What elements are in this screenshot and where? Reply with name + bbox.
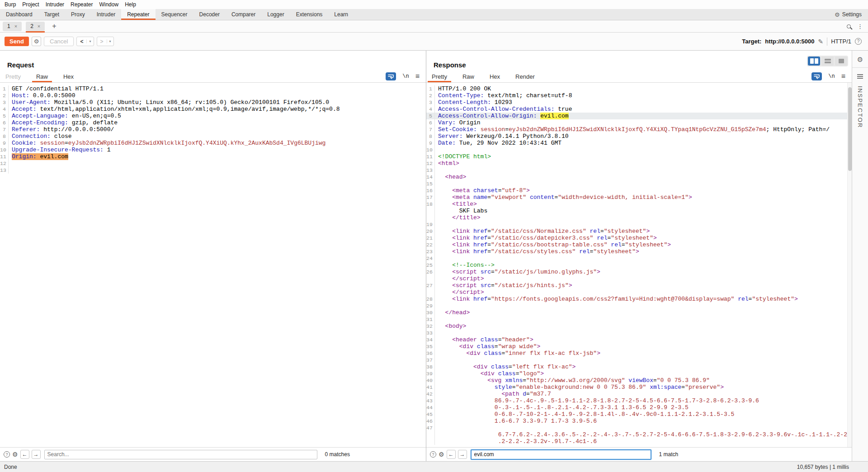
line-number: 36 xyxy=(426,350,435,357)
chevron-down-icon[interactable]: ▾ xyxy=(107,39,113,43)
search-next-button[interactable]: → xyxy=(32,450,41,459)
code-line: 10Upgrade-Insecure-Requests: 1 xyxy=(0,146,426,153)
tab-logger[interactable]: Logger xyxy=(261,9,290,20)
tab-hex[interactable]: Hex xyxy=(58,71,79,82)
tab-dashboard[interactable]: Dashboard xyxy=(0,9,38,20)
tab-extensions[interactable]: Extensions xyxy=(290,9,329,20)
code-line: 1GET /confidential HTTP/1.1 xyxy=(0,85,426,92)
tab-intruder[interactable]: Intruder xyxy=(91,9,121,20)
code-line: 39 <div class="logo"> xyxy=(426,370,852,377)
code-text xyxy=(9,167,12,174)
code-text: 86.9-.7-.4c-.9-.5-1.9-1.1-2.8-1.8-2.7-2-… xyxy=(435,397,759,404)
search-previous-button[interactable]: ← xyxy=(447,450,456,459)
line-number: 10 xyxy=(0,146,9,153)
search-help-icon[interactable]: ? xyxy=(430,451,436,458)
history-back-button[interactable]: < ▾ xyxy=(76,37,94,46)
inspector-label[interactable]: INSPECTOR xyxy=(857,86,863,128)
send-settings-button[interactable]: ⚙ xyxy=(32,37,41,46)
code-text: <div class="inner flx flx-ac flx-jsb"> xyxy=(435,350,600,357)
code-line: 37 xyxy=(426,357,852,363)
tab-target[interactable]: Target xyxy=(38,9,65,20)
send-button[interactable]: Send xyxy=(5,37,29,46)
editor-menu-icon[interactable]: ≡ xyxy=(415,73,420,80)
scrollbar-thumb[interactable] xyxy=(848,87,852,171)
line-number: 40 xyxy=(426,377,435,384)
new-repeater-tab-button[interactable]: + xyxy=(49,22,59,30)
tab-decoder[interactable]: Decoder xyxy=(193,9,226,20)
layout-columns-button[interactable] xyxy=(808,57,820,66)
search-settings-icon[interactable]: ⚙ xyxy=(12,451,18,458)
code-line: 13 xyxy=(426,167,852,174)
line-number: 11 xyxy=(426,153,435,160)
tab-comparer[interactable]: Comparer xyxy=(226,9,261,20)
more-options-icon[interactable]: ⋮ xyxy=(857,24,863,29)
code-line: 5Accept-Language: en-US,en;q=0.5 xyxy=(0,113,426,119)
tab-hex[interactable]: Hex xyxy=(485,71,505,82)
cancel-button[interactable]: Cancel xyxy=(44,37,74,46)
request-search-input[interactable] xyxy=(44,450,317,459)
close-icon[interactable]: × xyxy=(38,24,40,29)
code-line: 33 xyxy=(426,330,852,336)
status-text: Done xyxy=(4,464,17,470)
request-editor[interactable]: 1GET /confidential HTTP/1.12Host: 0.0.0.… xyxy=(0,83,426,447)
menu-help[interactable]: Help xyxy=(122,0,139,9)
history-forward-button[interactable]: > ▾ xyxy=(97,37,114,46)
tab-learn[interactable]: Learn xyxy=(328,9,354,20)
layout-rows-button[interactable] xyxy=(821,57,834,66)
repeater-tab-label: 2 xyxy=(30,23,33,29)
line-number: 23 xyxy=(426,248,435,255)
tab-raw[interactable]: Raw xyxy=(31,71,53,82)
settings-button[interactable]: ⚙ Settings xyxy=(835,9,868,20)
tab-render[interactable]: Render xyxy=(510,71,540,82)
response-editor[interactable]: 1HTTP/1.0 200 OK2Content-Type: text/html… xyxy=(426,83,852,447)
menu-window[interactable]: Window xyxy=(96,0,121,9)
http-version-selector[interactable]: HTTP/1 xyxy=(831,38,851,45)
menu-repeater[interactable]: Repeater xyxy=(68,0,95,9)
code-line: 11Origin: evil.com xyxy=(0,153,426,160)
tab-raw[interactable]: Raw xyxy=(458,71,479,82)
tab-pretty[interactable]: Pretty xyxy=(427,71,452,82)
line-number: 4 xyxy=(426,106,435,113)
settings-label: Settings xyxy=(842,11,862,18)
response-search-input[interactable] xyxy=(471,449,651,460)
code-line: 22 <link href="/static/css/bootstrap-tab… xyxy=(426,241,852,248)
menu-project[interactable]: Project xyxy=(19,0,42,9)
gear-icon[interactable]: ⚙ xyxy=(857,56,863,63)
search-settings-icon[interactable]: ⚙ xyxy=(439,451,444,458)
search-icon[interactable] xyxy=(847,24,851,28)
inspector-sidebar[interactable]: ⚙ INSPECTOR xyxy=(852,51,868,461)
line-number: 47 xyxy=(426,425,435,431)
line-number: 20 xyxy=(426,228,435,235)
search-previous-button[interactable]: ← xyxy=(20,450,29,459)
menu-burp[interactable]: Burp xyxy=(2,0,19,9)
code-text: Cookie: session=eyJsb2dnZWRpbiI6dHJ1ZSwi… xyxy=(9,140,326,146)
show-newlines-toggle[interactable]: \n xyxy=(828,73,835,80)
code-line: 23 <link href="/static/css/styles.css" r… xyxy=(426,248,852,255)
code-text: Set-Cookie: session=eyJsb2dnZWRpbiI6dHJ1… xyxy=(435,126,830,133)
line-number: 5 xyxy=(0,113,9,119)
chevron-down-icon[interactable]: ▾ xyxy=(86,39,93,43)
tab-proxy[interactable]: Proxy xyxy=(65,9,91,20)
inspector-lines-icon[interactable] xyxy=(857,74,863,75)
help-icon[interactable]: ? xyxy=(855,38,862,45)
tab-sequencer[interactable]: Sequencer xyxy=(156,9,193,20)
scrollbar[interactable] xyxy=(847,83,852,447)
tab-pretty[interactable]: Pretty xyxy=(0,71,26,82)
menu-intruder[interactable]: Intruder xyxy=(43,0,67,9)
layout-single-button[interactable] xyxy=(835,57,847,66)
edit-target-icon[interactable]: ✎ xyxy=(818,38,823,45)
word-wrap-toggle-icon[interactable] xyxy=(386,72,396,80)
word-wrap-toggle-icon[interactable] xyxy=(811,72,822,80)
repeater-tab-2[interactable]: 2× xyxy=(26,22,45,31)
search-next-button[interactable]: → xyxy=(458,450,467,459)
tab-repeater[interactable]: Repeater xyxy=(121,9,155,20)
line-number: 31 xyxy=(426,316,435,323)
repeater-tab-1[interactable]: 1× xyxy=(3,22,22,31)
code-text: <link href="/static/css/styles.css" rel=… xyxy=(435,248,639,255)
line-number: 45 xyxy=(426,411,435,418)
code-line: 36 <div class="inner flx flx-ac flx-jsb"… xyxy=(426,350,852,357)
close-icon[interactable]: × xyxy=(14,24,17,29)
editor-menu-icon[interactable]: ≡ xyxy=(841,73,845,80)
search-help-icon[interactable]: ? xyxy=(4,451,10,458)
show-newlines-toggle[interactable]: \n xyxy=(402,73,409,80)
